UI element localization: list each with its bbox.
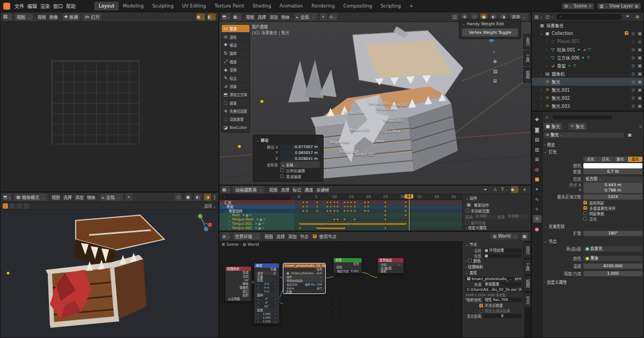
viewport-main-menu-1[interactable]: 选择 xyxy=(256,14,268,20)
vertex-weight-toggle-button[interactable]: Vertex Weight Toggle xyxy=(462,28,518,36)
editor-type-icon[interactable]: ⬒ xyxy=(222,13,230,20)
breadcrumb-data[interactable]: ☼ 聚光 xyxy=(568,123,587,130)
disable-render-icon[interactable]: ▣ xyxy=(638,47,642,52)
hide-eye-icon[interactable]: ◎ xyxy=(631,95,635,100)
keying-set-icon[interactable]: ◆ xyxy=(511,186,518,193)
mapping-panel-header[interactable]: › 纹理映射 xyxy=(465,264,522,270)
tool-放置[interactable]: ⬚放置 xyxy=(222,99,250,107)
keyframe[interactable] xyxy=(384,223,386,225)
workspace-tab-+[interactable]: + xyxy=(405,2,418,10)
colorspace-dropdown[interactable]: 线性 Rec.709 xyxy=(483,298,522,302)
shader-menu-3[interactable]: 节点 xyxy=(298,233,310,239)
workspace-tab-Sculpting[interactable]: Sculpting xyxy=(148,2,178,10)
keyframe[interactable] xyxy=(343,205,346,208)
keyframe[interactable] xyxy=(326,223,328,225)
light-type-日光[interactable]: 日光 xyxy=(598,157,613,162)
keyframe[interactable] xyxy=(302,201,304,203)
workspace-tab-Modeling[interactable]: Modeling xyxy=(119,2,148,10)
channel-toggles[interactable]: ✦ ▦ ✎ xyxy=(255,226,265,230)
properties-tab-object-data[interactable]: ☼ xyxy=(533,215,541,223)
properties-tab-object[interactable]: ■ xyxy=(533,175,541,183)
pin-icon[interactable]: ⊙ xyxy=(639,124,642,129)
node-name-field[interactable]: ▦ 环境纹理 xyxy=(483,248,522,253)
checkbox-泛光[interactable] xyxy=(583,217,587,221)
y-filter-icon[interactable]: Y xyxy=(501,186,508,193)
workspace-tab-Rendering[interactable]: Rendering xyxy=(307,2,339,10)
image-pin-icon[interactable]: ▣ xyxy=(196,13,204,20)
outliner-search-input[interactable]: ⌕ xyxy=(557,14,621,20)
playhead[interactable] xyxy=(409,194,409,231)
keyframe[interactable] xyxy=(384,227,386,229)
topbar-menu-2[interactable]: 渲染 xyxy=(39,3,52,10)
orientation-select[interactable]: ⟀ 全局 xyxy=(280,161,320,168)
topbar-menu-1[interactable]: 编辑 xyxy=(26,3,39,10)
hide-eye-icon[interactable]: ◎ xyxy=(631,79,635,84)
checkbox-多重重要性采样[interactable] xyxy=(583,206,587,210)
light-type-聚光[interactable]: 聚光 xyxy=(613,157,628,162)
keyframe[interactable] xyxy=(343,227,346,229)
keyframe[interactable] xyxy=(330,201,332,203)
image-editor-menu-0[interactable]: 视图 xyxy=(36,14,48,20)
overlay-toggle-icon[interactable]: ◫ xyxy=(451,13,458,20)
tool-标注[interactable]: ✎标注 xyxy=(222,74,250,82)
keyframe[interactable] xyxy=(354,205,356,208)
properties-tab-render[interactable]: ◙ xyxy=(533,126,541,134)
shield-icon[interactable]: ▣ xyxy=(626,131,633,138)
shading-rendered-icon[interactable]: ◑ xyxy=(204,194,211,201)
color-panel-header[interactable]: › 颜色 xyxy=(465,259,522,264)
mode-icon[interactable]: ▦ xyxy=(233,13,241,20)
keyframe[interactable] xyxy=(405,201,407,203)
dope-menu-4[interactable]: 关键帧 xyxy=(314,187,331,193)
node-panel-header[interactable]: ⌄ 节点 xyxy=(465,242,522,248)
refresh-icon[interactable]: ⟳ xyxy=(518,288,522,292)
scene-selector[interactable]: ⊞Scene✕ xyxy=(562,3,594,9)
sidebar-tab-工具[interactable]: 工具 xyxy=(523,50,531,66)
outliner-row-摄像机[interactable]: ›▤摄像机◎▣ xyxy=(532,70,643,78)
keyframe[interactable] xyxy=(354,218,356,221)
properties-tab-constraints[interactable]: ✧ xyxy=(533,205,541,213)
tool-旋转[interactable]: ↻旋转 xyxy=(222,49,250,57)
keyframe[interactable] xyxy=(405,210,407,212)
custom-properties-header[interactable]: › 自定义属性 xyxy=(465,225,528,231)
keyframe[interactable] xyxy=(326,201,328,203)
nodes-panel-header[interactable]: ⌄节点 xyxy=(544,238,642,244)
orientation-dropdown[interactable]: ⟀ 全局 xyxy=(294,13,317,20)
light-type-点光[interactable]: 点光 xyxy=(583,157,598,162)
keyframe[interactable] xyxy=(330,210,332,212)
viewport-2-menu-0[interactable]: 视图 xyxy=(50,194,62,200)
filter-funnel-icon[interactable]: ⏷ xyxy=(624,13,631,20)
tool-icon[interactable] xyxy=(10,203,15,209)
properties-tab-tool[interactable]: ✚ xyxy=(533,116,541,123)
move-z-field[interactable]: 0.026041 m xyxy=(280,156,320,161)
keyframe[interactable] xyxy=(367,210,369,212)
tool-游标[interactable]: ◎游标 xyxy=(222,33,250,41)
shader-menu-1[interactable]: 选择 xyxy=(275,233,287,239)
keyframe[interactable] xyxy=(306,210,308,212)
new-collection-icon[interactable]: ⊞ xyxy=(634,13,641,20)
keyframe[interactable] xyxy=(336,218,339,221)
manual-range-checkbox[interactable] xyxy=(465,209,469,212)
properties-search-input[interactable] xyxy=(553,115,612,120)
proportional-icon[interactable]: ◎ xyxy=(330,13,338,20)
keyframe[interactable] xyxy=(343,210,346,212)
keyframe[interactable] xyxy=(405,205,407,208)
disable-render-icon[interactable]: ▣ xyxy=(638,55,642,60)
hide-eye-icon[interactable]: ◎ xyxy=(631,55,635,60)
display-mode-icon[interactable]: ◫ xyxy=(545,13,553,20)
keyframe[interactable] xyxy=(330,205,332,208)
half-float-checkbox[interactable] xyxy=(479,304,483,307)
keyframe[interactable] xyxy=(333,210,335,212)
keyframe[interactable] xyxy=(347,210,349,212)
image-datablock[interactable]: 🖽 brown_photostudio_... xyxy=(465,277,514,281)
keyframe[interactable] xyxy=(316,227,318,229)
collection-checkbox[interactable] xyxy=(625,31,628,35)
sidebar-tab-条目[interactable]: 条目 xyxy=(523,34,531,49)
keyframe[interactable] xyxy=(367,205,369,208)
active-tool-icon[interactable] xyxy=(3,203,8,209)
dope-menu-0[interactable]: 视图 xyxy=(267,187,279,193)
shading-solid-icon[interactable]: ● xyxy=(185,194,192,201)
node-world-output[interactable]: 世界输出 全部⌄ 表(曲)面 体积 xyxy=(377,258,404,274)
move-x-field[interactable]: -0.077407 m xyxy=(280,144,320,150)
shader-menu-2[interactable]: 添加 xyxy=(287,233,298,239)
light-datablock[interactable]: ☼ 聚光 xyxy=(544,133,624,138)
